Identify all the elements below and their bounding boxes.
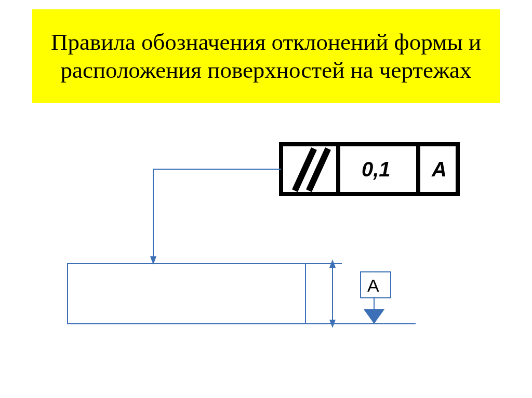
svg-line-3 [296, 152, 313, 188]
tolerance-value: 0,1 [362, 158, 391, 181]
part-rectangle [68, 264, 305, 324]
parallelism-icon [296, 152, 327, 188]
svg-line-4 [310, 152, 327, 188]
dimension-line [305, 259, 342, 328]
frame-datum-letter: A [431, 158, 447, 181]
leader-line [150, 169, 281, 265]
svg-rect-0 [281, 144, 458, 194]
feature-control-frame: 0,1 A [281, 144, 458, 194]
datum-label-box [361, 272, 391, 298]
title-box: Правила обозначения отклонений формы и р… [32, 9, 500, 103]
datum-label-letter: А [367, 276, 379, 295]
svg-marker-5 [150, 256, 156, 265]
datum-triangle-icon [364, 309, 384, 324]
slide-title: Правила обозначения отклонений формы и р… [32, 25, 500, 87]
svg-marker-8 [329, 320, 336, 328]
svg-marker-7 [329, 259, 336, 268]
